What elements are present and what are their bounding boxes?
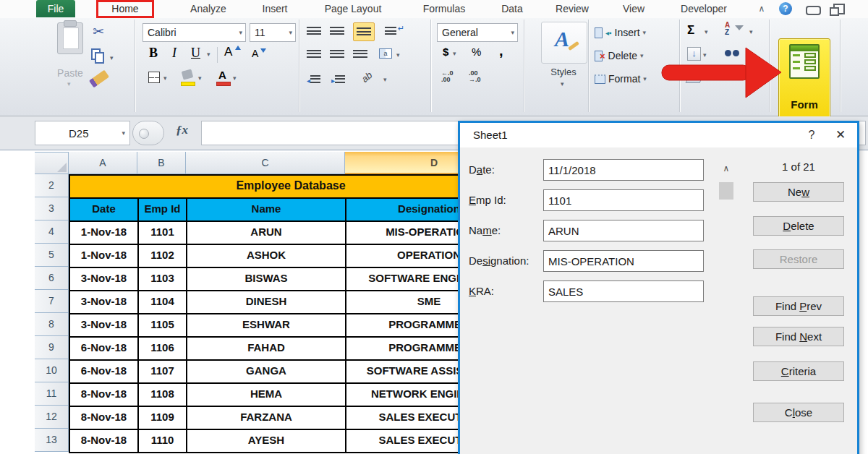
align-middle-icon[interactable] xyxy=(330,27,344,35)
italic-button[interactable]: I xyxy=(172,46,176,61)
column-header-a[interactable]: A xyxy=(69,152,137,174)
autosum-button[interactable]: Σ xyxy=(687,23,694,38)
underline-dropdown-caret[interactable]: ▾ xyxy=(207,51,210,58)
styles-button[interactable]: A xyxy=(541,22,587,64)
decrease-indent-icon[interactable]: ◂ xyxy=(307,73,320,86)
row-header-10[interactable]: 10 xyxy=(35,359,69,382)
cell-b5-id[interactable]: 1102 xyxy=(139,245,187,268)
new-button[interactable]: New xyxy=(753,182,844,202)
cut-icon[interactable]: ✂ xyxy=(93,23,104,40)
name-box-caret[interactable]: ▾ xyxy=(122,129,125,137)
orientation-dropdown-caret[interactable]: ▾ xyxy=(383,76,387,83)
align-left-icon[interactable] xyxy=(307,50,321,58)
font-size-combobox[interactable]: 11▾ xyxy=(250,23,296,42)
header-cell-name[interactable]: Name xyxy=(187,199,346,222)
format-cells-button[interactable]: Format ▾ xyxy=(595,73,647,85)
sort-filter-dropdown-caret[interactable]: ▾ xyxy=(749,28,753,35)
cell-a11-date[interactable]: 8-Nov-18 xyxy=(70,384,139,407)
cell-c12-name[interactable]: FARZANA xyxy=(187,407,346,430)
row-header-9[interactable]: 9 xyxy=(35,336,69,359)
cell-a7-date[interactable]: 3-Nov-18 xyxy=(70,291,139,314)
tab-data[interactable]: Data xyxy=(501,0,523,17)
row-header-8[interactable]: 8 xyxy=(35,313,69,336)
cell-a6-date[interactable]: 3-Nov-18 xyxy=(70,268,139,291)
shrink-font-button[interactable]: A xyxy=(252,48,258,59)
cell-b9-id[interactable]: 1106 xyxy=(139,338,187,361)
cell-c5-name[interactable]: ASHOK xyxy=(187,245,346,268)
tab-view[interactable]: View xyxy=(623,0,644,17)
column-header-b[interactable]: B xyxy=(137,152,186,174)
minimize-icon[interactable] xyxy=(806,6,821,15)
fx-icon[interactable]: ƒx xyxy=(176,123,188,137)
increase-indent-icon[interactable]: ▸ xyxy=(331,73,345,86)
orientation-icon[interactable]: ab xyxy=(359,69,375,85)
align-top-icon[interactable] xyxy=(307,27,321,35)
fill-color-bucket-icon[interactable] xyxy=(182,69,194,80)
row-header-4[interactable]: 4 xyxy=(35,220,69,244)
header-cell-date[interactable]: Date xyxy=(70,199,139,222)
merge-dropdown-caret[interactable]: ▾ xyxy=(396,51,400,59)
name-box[interactable]: D25 ▾ xyxy=(35,121,130,145)
tab-home-highlight-box[interactable]: Home xyxy=(96,0,154,18)
percent-format-button[interactable]: % xyxy=(472,46,481,58)
cell-c9-name[interactable]: FAHAD xyxy=(187,338,346,361)
row-header-5[interactable]: 5 xyxy=(35,244,69,267)
dialog-title-bar[interactable]: Sheet1 ? ✕ xyxy=(460,123,857,147)
form-button[interactable]: Form xyxy=(778,38,830,119)
styles-label[interactable]: Styles xyxy=(550,67,576,77)
font-color-icon[interactable]: A xyxy=(218,69,226,81)
collapse-ribbon-icon[interactable]: ∧ xyxy=(755,2,768,15)
cell-c10-name[interactable]: GANGA xyxy=(187,361,346,384)
bold-button[interactable]: B xyxy=(149,46,158,61)
cell-b4-id[interactable]: 1101 xyxy=(139,222,187,245)
scrollbar-thumb[interactable] xyxy=(719,182,733,200)
close-button[interactable]: Close xyxy=(753,403,844,422)
currency-format-button[interactable]: $ xyxy=(443,46,448,58)
tab-review[interactable]: Review xyxy=(556,0,589,17)
designation-field-input[interactable] xyxy=(543,250,704,272)
underline-button[interactable]: U xyxy=(191,46,200,61)
cell-a12-date[interactable]: 8-Nov-18 xyxy=(70,407,139,430)
row-header-7[interactable]: 7 xyxy=(35,290,69,313)
cell-b8-id[interactable]: 1105 xyxy=(139,314,187,338)
row-header-13[interactable]: 13 xyxy=(35,429,69,452)
paste-dropdown-caret[interactable]: ▾ xyxy=(67,80,71,87)
borders-icon[interactable] xyxy=(148,72,160,83)
find-prev-button[interactable]: Find Prev xyxy=(753,296,844,316)
cell-a10-date[interactable]: 6-Nov-18 xyxy=(70,361,139,384)
restore-button[interactable]: Restore xyxy=(753,249,844,269)
sort-filter-icon[interactable]: A Z xyxy=(725,22,730,36)
cell-c4-name[interactable]: ARUN xyxy=(187,222,346,245)
wrap-text-icon[interactable] xyxy=(385,27,396,35)
borders-dropdown-caret[interactable]: ▾ xyxy=(163,74,167,82)
copy-dropdown-caret[interactable]: ▾ xyxy=(110,54,114,61)
date-field-input[interactable] xyxy=(543,159,704,181)
header-cell-empid[interactable]: Emp Id xyxy=(139,199,187,222)
increase-decimal-icon[interactable]: ←.0 .00 xyxy=(441,70,454,83)
empid-field-input[interactable] xyxy=(543,189,704,211)
column-header-c[interactable]: C xyxy=(186,152,345,174)
cell-c11-name[interactable]: HEMA xyxy=(187,384,346,407)
select-all-corner[interactable] xyxy=(35,152,69,174)
cell-c6-name[interactable]: BISWAS xyxy=(187,268,346,291)
tab-insert[interactable]: Insert xyxy=(262,0,287,17)
find-next-button[interactable]: Find Next xyxy=(753,327,844,346)
row-header-2[interactable]: 2 xyxy=(35,174,69,197)
tab-page-layout[interactable]: Page Layout xyxy=(325,0,382,17)
row-header-12[interactable]: 12 xyxy=(35,406,69,429)
autosum-dropdown-caret[interactable]: ▾ xyxy=(705,28,708,35)
number-format-combobox[interactable]: General▾ xyxy=(437,23,518,42)
tab-formulas[interactable]: Formulas xyxy=(423,0,465,17)
tab-file[interactable]: File xyxy=(36,0,75,17)
delete-cells-button[interactable]: × Delete ▾ xyxy=(595,50,644,61)
delete-button[interactable]: Delete xyxy=(753,216,844,236)
row-header-3[interactable]: 3 xyxy=(35,197,69,220)
align-right-icon[interactable] xyxy=(353,50,367,58)
cell-b7-id[interactable]: 1104 xyxy=(139,291,187,314)
tab-developer[interactable]: Developer xyxy=(681,0,727,17)
insert-cells-button[interactable]: ◂▪ Insert ▾ xyxy=(595,27,646,38)
table-title-cell[interactable]: Employee Database xyxy=(70,176,513,199)
kra-field-input[interactable] xyxy=(543,280,704,302)
format-painter-icon[interactable] xyxy=(89,70,109,88)
cell-b6-id[interactable]: 1103 xyxy=(139,268,187,291)
